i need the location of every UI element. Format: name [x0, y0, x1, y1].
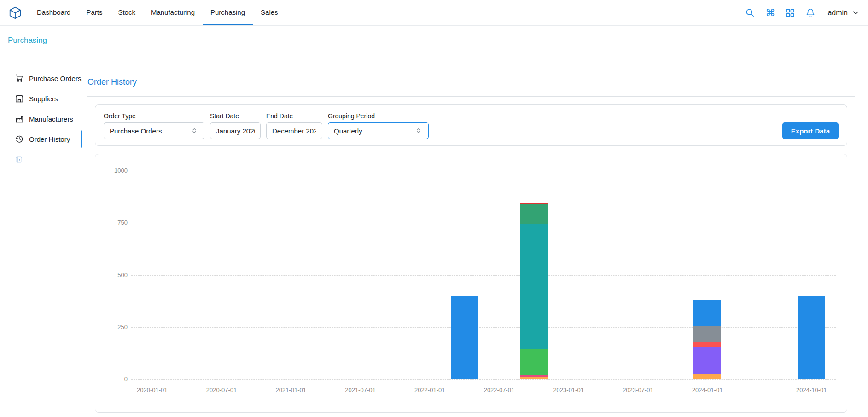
tab-manufacturing[interactable]: Manufacturing — [143, 0, 203, 25]
grouping-period-value: Quarterly — [334, 127, 362, 135]
sidebar-item-manufacturers[interactable]: Manufacturers — [0, 109, 82, 129]
chart-bar-segment — [520, 377, 548, 379]
tab-purchasing[interactable]: Purchasing — [203, 0, 253, 25]
filter-panel: Order Type Purchase Orders Start Date En… — [95, 104, 847, 146]
chart-x-tick-label: 2020-07-01 — [192, 387, 251, 394]
order-history-chart-card: 025050075010002020-01-012020-07-012021-0… — [95, 154, 847, 413]
notifications-button[interactable] — [805, 8, 816, 18]
chart-bar-segment — [693, 300, 721, 326]
export-data-button[interactable]: Export Data — [782, 122, 839, 139]
inventree-logo-icon — [8, 6, 22, 20]
chart-bar-segment — [798, 296, 825, 379]
tabs-right-divider — [286, 6, 286, 20]
qr-grid-icon — [785, 8, 795, 18]
tab-stock[interactable]: Stock — [110, 0, 143, 25]
chart-x-tick-label: 2022-07-01 — [469, 387, 529, 394]
chart-gridline — [131, 379, 836, 380]
sidebar-item-suppliers[interactable]: Suppliers — [0, 88, 82, 109]
collapse-sidebar-icon — [15, 156, 23, 164]
selector-icon — [190, 127, 198, 135]
end-date-input[interactable] — [266, 122, 322, 139]
chart-x-tick-label: 2020-01-01 — [122, 387, 182, 394]
chart-bar-segment — [693, 347, 721, 374]
chart-x-tick-label: 2023-07-01 — [608, 387, 668, 394]
chart-bar-segment — [520, 203, 548, 205]
building-factory-icon — [15, 114, 24, 123]
end-date-label: End Date — [266, 112, 322, 120]
chart-y-tick-label: 1000 — [102, 167, 128, 174]
app-logo[interactable] — [8, 6, 22, 20]
start-date-group: Start Date — [210, 112, 261, 139]
breadcrumb[interactable]: Purchasing — [8, 36, 47, 45]
title-divider — [87, 96, 855, 97]
chart-y-tick-label: 500 — [102, 272, 128, 279]
user-name: admin — [827, 9, 848, 17]
chart-x-tick-label: 2022-01-01 — [400, 387, 460, 394]
chart-y-tick-label: 0 — [102, 376, 128, 383]
sidebar-item-label: Manufacturers — [29, 115, 73, 123]
grouping-period-group: Grouping Period Quarterly — [328, 112, 429, 139]
chart-gridline — [131, 223, 836, 223]
top-navigation-bar: Dashboard Parts Stock Manufacturing Purc… — [0, 0, 868, 26]
command-palette-button[interactable]: ⌘ — [765, 8, 775, 18]
start-date-label: Start Date — [210, 112, 261, 120]
search-button[interactable] — [745, 7, 755, 18]
order-type-group: Order Type Purchase Orders — [104, 112, 204, 139]
chart-bar-segment — [520, 349, 548, 374]
building-store-icon — [15, 94, 24, 103]
sidebar-item-label: Purchase Orders — [29, 75, 81, 82]
chart-x-tick-label: 2021-07-01 — [330, 387, 390, 394]
chart-x-tick-label: 2021-01-01 — [261, 387, 321, 394]
chevron-down-icon — [852, 9, 860, 17]
order-history-chart: 025050075010002020-01-012020-07-012021-0… — [95, 154, 847, 412]
grouping-period-select[interactable]: Quarterly — [328, 122, 429, 139]
order-type-select[interactable]: Purchase Orders — [104, 122, 204, 139]
sidebar-item-purchase-orders[interactable]: Purchase Orders — [0, 68, 82, 88]
sidebar-item-order-history[interactable]: Order History — [0, 129, 82, 149]
collapse-sidebar-button[interactable] — [15, 156, 23, 164]
chart-gridline — [131, 171, 836, 171]
grouping-period-label: Grouping Period — [328, 112, 429, 120]
purchasing-sidebar: Purchase Orders Suppliers Manufacturers … — [0, 55, 82, 417]
history-icon — [15, 134, 24, 144]
chart-x-tick-label: 2024-01-01 — [677, 387, 737, 394]
start-date-input[interactable] — [210, 122, 261, 139]
chart-bar-segment — [693, 342, 721, 347]
chart-bar-segment — [693, 326, 721, 342]
order-type-value: Purchase Orders — [110, 127, 162, 135]
chart-x-tick-label: 2024-10-01 — [781, 387, 841, 394]
user-menu[interactable]: admin — [827, 9, 860, 17]
search-icon — [745, 7, 755, 18]
chart-bar-segment — [520, 204, 548, 224]
scan-button[interactable] — [785, 8, 795, 18]
bell-icon — [805, 8, 816, 18]
selector-icon — [414, 127, 423, 135]
chart-bar-segment — [520, 375, 548, 378]
sidebar-item-label: Order History — [29, 135, 70, 143]
chart-y-tick-label: 750 — [102, 219, 128, 226]
tab-parts[interactable]: Parts — [78, 0, 110, 25]
order-type-label: Order Type — [104, 112, 204, 120]
command-icon: ⌘ — [765, 8, 775, 18]
sidebar-item-label: Suppliers — [29, 95, 58, 103]
chart-bar-segment — [451, 296, 478, 379]
tab-dashboard[interactable]: Dashboard — [29, 0, 78, 25]
tab-sales[interactable]: Sales — [253, 0, 286, 25]
chart-bar-segment — [693, 374, 721, 379]
chart-y-tick-label: 250 — [102, 324, 128, 331]
page-title: Order History — [87, 77, 855, 87]
end-date-group: End Date — [266, 112, 322, 139]
main-nav-tabs: Dashboard Parts Stock Manufacturing Purc… — [29, 0, 286, 25]
breadcrumb-bar: Purchasing — [0, 26, 868, 55]
shopping-cart-icon — [15, 74, 24, 83]
chart-gridline — [131, 327, 836, 328]
main-panel: Order History Order Type Purchase Orders… — [82, 55, 868, 417]
chart-gridline — [131, 275, 836, 276]
chart-bar-segment — [520, 224, 548, 349]
chart-x-tick-label: 2023-01-01 — [539, 387, 599, 394]
